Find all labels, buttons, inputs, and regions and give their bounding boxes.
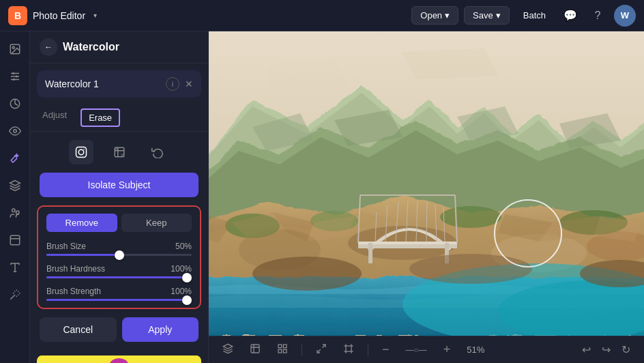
zoom-reset-icon[interactable]: —○— xyxy=(403,343,430,358)
svg-point-9 xyxy=(13,130,16,133)
filter-info-button[interactable]: i xyxy=(166,77,179,91)
sidebar-item-image2[interactable] xyxy=(3,228,27,252)
keep-button[interactable]: Keep xyxy=(121,214,192,232)
toolbar-sep-1 xyxy=(302,344,302,356)
brush-strength-thumb[interactable] xyxy=(182,295,192,305)
zoom-out-toolbar-icon[interactable]: − xyxy=(379,340,392,360)
sidebar-item-wand[interactable] xyxy=(3,282,27,307)
svg-point-79 xyxy=(252,257,362,291)
brush-size-value: 50% xyxy=(175,242,192,251)
more-button[interactable]: ↻ xyxy=(619,340,633,359)
brush-size-row: Brush Size 50% xyxy=(46,242,192,256)
chat-icon-button[interactable]: 💬 xyxy=(559,5,581,27)
svg-marker-73 xyxy=(402,48,498,79)
thumbnail xyxy=(37,355,201,363)
brush-hardness-row: Brush Hardness 100% xyxy=(46,264,192,278)
main-area: ← Watercolor Watercolor 1 i ✕ Adjust Era… xyxy=(0,31,644,363)
svg-rect-85 xyxy=(283,345,287,348)
sidebar-item-image[interactable] xyxy=(3,37,27,61)
redo-button[interactable]: ↪ xyxy=(599,340,613,359)
svg-rect-21 xyxy=(121,154,124,157)
filter-close-button[interactable]: ✕ xyxy=(185,78,193,89)
icon-bar xyxy=(0,31,30,363)
sidebar-item-filter[interactable] xyxy=(3,91,27,116)
svg-rect-86 xyxy=(278,349,282,353)
canvas-image[interactable] xyxy=(209,31,644,336)
zoom-in-toolbar-icon[interactable]: + xyxy=(441,340,454,360)
svg-rect-87 xyxy=(283,349,287,353)
brush-hardness-track[interactable] xyxy=(46,276,192,278)
svg-point-3 xyxy=(12,72,14,74)
brush-strength-value: 100% xyxy=(171,287,192,296)
header: B Photo Editor ▾ Open ▾ Save ▾ Batch 💬 ?… xyxy=(0,0,644,31)
erase-icon-instagram[interactable] xyxy=(69,140,93,164)
svg-rect-20 xyxy=(115,147,118,151)
save-button[interactable]: Save ▾ xyxy=(464,6,510,25)
sidebar-item-adjust[interactable] xyxy=(3,64,27,89)
app-chevron[interactable]: ▾ xyxy=(93,12,97,19)
svg-point-18 xyxy=(83,149,85,150)
expand-toolbar-icon[interactable] xyxy=(313,340,330,360)
brush-strength-fill xyxy=(46,299,192,301)
svg-marker-10 xyxy=(10,181,20,186)
erase-icon-mask[interactable] xyxy=(107,140,132,164)
sidebar-item-people[interactable] xyxy=(3,201,27,225)
remove-button[interactable]: Remove xyxy=(46,214,117,232)
brush-size-label: Brush Size xyxy=(46,242,86,251)
erase-controls: Remove Keep Brush Size 50% Brush Hardnes… xyxy=(37,205,201,309)
brush-hardness-fill xyxy=(46,276,192,278)
sidebar-item-eye[interactable] xyxy=(3,119,27,143)
svg-rect-49 xyxy=(368,243,372,263)
sidebar-item-layers[interactable] xyxy=(3,173,27,198)
brush-strength-label: Brush Strength xyxy=(46,287,101,296)
brush-size-thumb[interactable] xyxy=(115,250,124,260)
action-row: Cancel Apply xyxy=(30,309,208,350)
svg-rect-48 xyxy=(358,242,457,244)
panel-back-button[interactable]: ← xyxy=(40,38,57,56)
grid-toolbar-icon[interactable] xyxy=(274,340,291,360)
erase-icon-row xyxy=(30,132,208,173)
panel-tabs: Adjust Erase xyxy=(30,104,208,132)
brush-size-track[interactable] xyxy=(46,254,192,256)
svg-rect-83 xyxy=(251,345,259,353)
undo-button[interactable]: ↩ xyxy=(579,340,594,359)
svg-line-88 xyxy=(322,345,325,348)
brush-strength-track[interactable] xyxy=(46,299,192,301)
remove-keep-toggle: Remove Keep xyxy=(46,214,192,232)
svg-point-1 xyxy=(12,46,14,48)
svg-rect-16 xyxy=(76,147,86,158)
sidebar-item-text[interactable] xyxy=(3,255,27,280)
app-name: Photo Editor xyxy=(33,10,85,21)
filter-name: Watercolor 1 xyxy=(45,78,160,89)
canvas-toolbar: − —○— + 51% ↩ ↪ ↻ xyxy=(209,336,644,363)
erase-icon-refresh[interactable] xyxy=(145,140,170,164)
isolate-subject-button[interactable]: Isolate Subject xyxy=(40,173,199,197)
tab-erase[interactable]: Erase xyxy=(80,108,120,127)
canvas-area[interactable]: − —○— + 51% ↩ ↪ ↻ xyxy=(209,31,644,363)
apply-button[interactable]: Apply xyxy=(122,317,199,342)
brush-size-fill xyxy=(46,254,119,256)
brush-hardness-label: Brush Hardness xyxy=(46,264,105,274)
layers-toolbar-icon[interactable] xyxy=(220,340,236,360)
sidebar-item-magic[interactable] xyxy=(3,146,27,171)
brush-hardness-value: 100% xyxy=(171,264,192,274)
thumbnail-row xyxy=(30,350,208,363)
adjust-toolbar-icon[interactable] xyxy=(247,340,263,360)
brush-hardness-thumb[interactable] xyxy=(182,273,192,282)
avatar[interactable]: W xyxy=(614,5,636,27)
svg-rect-13 xyxy=(10,235,20,245)
svg-point-12 xyxy=(16,211,19,214)
side-panel: ← Watercolor Watercolor 1 i ✕ Adjust Era… xyxy=(30,31,209,363)
crop-toolbar-icon[interactable] xyxy=(340,340,357,360)
cancel-button[interactable]: Cancel xyxy=(40,317,117,342)
panel-header: ← Watercolor xyxy=(30,31,208,63)
batch-button[interactable]: Batch xyxy=(515,7,554,24)
zoom-value: 51% xyxy=(464,345,487,355)
svg-line-89 xyxy=(317,349,321,353)
tab-adjust[interactable]: Adjust xyxy=(40,104,70,131)
svg-marker-82 xyxy=(223,344,232,349)
toolbar-sep-2 xyxy=(368,344,368,356)
help-button[interactable]: ? xyxy=(587,5,609,27)
undo-redo-group: ↩ ↪ ↻ xyxy=(579,340,633,359)
open-button[interactable]: Open ▾ xyxy=(411,6,458,25)
